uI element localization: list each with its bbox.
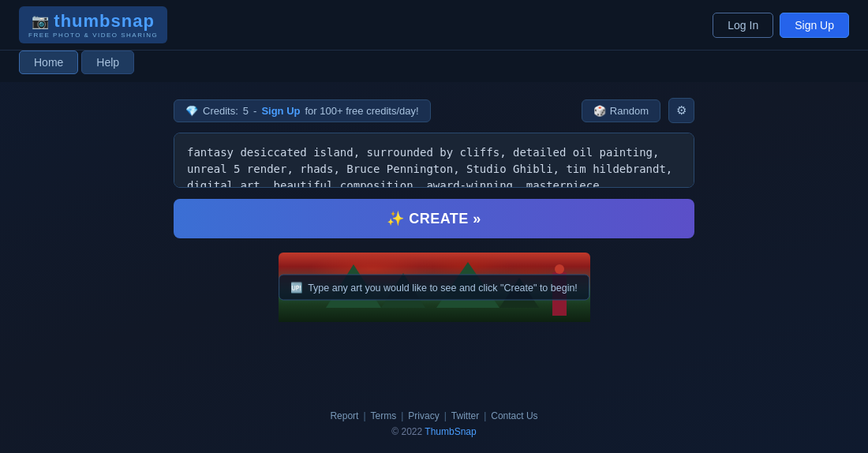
logo-thumb: thumb [54, 11, 110, 31]
footer-link-privacy[interactable]: Privacy [408, 410, 439, 421]
gear-icon: ⚙ [676, 103, 687, 118]
header-buttons: Log In Sign Up [713, 13, 849, 38]
credits-text-suffix: for 100+ free credits/day! [305, 105, 418, 117]
signup-button[interactable]: Sign Up [780, 13, 849, 38]
footer-link-twitter[interactable]: Twitter [451, 410, 479, 421]
credits-separator: - [253, 105, 256, 117]
credits-bar: 💎 Credits: 5 - Sign Up for 100+ free cre… [174, 98, 694, 123]
header: 📷 thumbsnap FREE PHOTO & VIDEO SHARING L… [0, 0, 868, 51]
create-button[interactable]: ✨ CREATE » [174, 199, 694, 238]
random-icon: 🎲 [593, 105, 606, 117]
copyright-prefix: © 2022 [391, 426, 422, 437]
random-label: Random [610, 105, 649, 117]
hint-text: Type any art you would like to see and c… [308, 282, 578, 293]
footer-link-terms[interactable]: Terms [371, 410, 397, 421]
logo-subtitle: FREE PHOTO & VIDEO SHARING [28, 32, 158, 39]
credits-badge: 💎 Credits: 5 - Sign Up for 100+ free cre… [174, 99, 431, 122]
footer-sep-3: | [444, 410, 447, 421]
footer-copyright: © 2022 ThumbSnap [19, 426, 849, 437]
credits-signup-link[interactable]: Sign Up [261, 105, 300, 117]
credits-text-prefix: Credits: [203, 105, 238, 117]
main-content: 💎 Credits: 5 - Sign Up for 100+ free cre… [0, 82, 868, 398]
nav: Home Help [0, 51, 868, 82]
footer-sep-2: | [401, 410, 403, 421]
preview-area: 🆙 Type any art you would like to see and… [174, 253, 694, 322]
nav-home-button[interactable]: Home [19, 51, 78, 74]
credits-icon: 💎 [185, 105, 198, 117]
logo-area: 📷 thumbsnap FREE PHOTO & VIDEO SHARING [19, 6, 167, 43]
footer-sep-1: | [363, 410, 365, 421]
footer-link-contact[interactable]: Contact Us [491, 410, 537, 421]
footer: Report | Terms | Privacy | Twitter | Con… [0, 398, 868, 453]
copyright-link[interactable]: ThumbSnap [425, 426, 476, 437]
random-area: 🎲 Random ⚙ [582, 98, 694, 123]
footer-link-report[interactable]: Report [330, 410, 358, 421]
random-button[interactable]: 🎲 Random [582, 99, 660, 122]
create-icon: ✨ [387, 211, 405, 226]
footer-links: Report | Terms | Privacy | Twitter | Con… [19, 410, 849, 421]
create-label: CREATE » [409, 211, 481, 226]
logo-title: thumbsnap [54, 11, 155, 32]
logo-snap: snap [111, 11, 155, 31]
nav-help-button[interactable]: Help [81, 51, 134, 74]
hint-icon: 🆙 [290, 282, 303, 294]
credits-count: 5 [243, 105, 249, 117]
settings-button[interactable]: ⚙ [668, 98, 694, 123]
logo-icon: 📷 [32, 13, 49, 30]
prompt-textarea[interactable] [174, 133, 694, 188]
login-button[interactable]: Log In [713, 13, 773, 38]
footer-sep-4: | [484, 410, 486, 421]
logo: 📷 thumbsnap FREE PHOTO & VIDEO SHARING [19, 6, 167, 43]
preview-hint: 🆙 Type any art you would like to see and… [279, 275, 589, 301]
